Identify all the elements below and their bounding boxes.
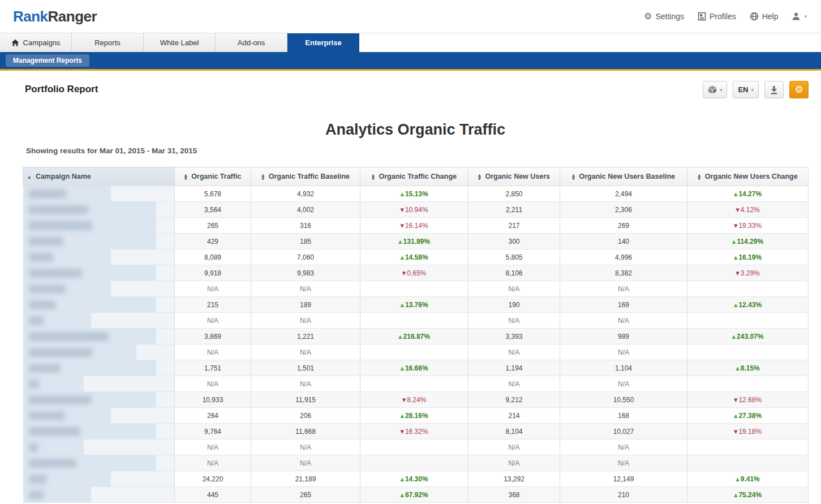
redacted-name-bar: [23, 408, 111, 423]
cell-value: N/A: [175, 313, 251, 329]
cell-change-value: [360, 376, 468, 392]
table-row: 24,22021,189▲14.30%13,29212,149▲9.41%: [23, 471, 809, 487]
profiles-link[interactable]: Profiles: [698, 12, 736, 21]
cell-value: 2,211: [468, 202, 560, 218]
chevron-down-icon: ▾: [751, 87, 754, 93]
cell-change-value: ▼4.12%: [687, 202, 809, 218]
campaign-name-cell-redacted: [23, 344, 175, 360]
cell-value: 2,494: [560, 186, 687, 202]
cell-change-value: ▼12.68%: [687, 392, 809, 408]
redacted-name-blur: [29, 411, 65, 420]
tab-reports[interactable]: Reports: [72, 33, 144, 52]
down-triangle-icon: ▼: [734, 223, 738, 229]
cell-change-value: ▲14.27%: [687, 186, 809, 202]
cell-change-value: ▼16.32%: [360, 424, 468, 440]
export-type-button[interactable]: ▾: [703, 81, 728, 98]
cell-value: N/A: [468, 376, 560, 392]
campaign-name-cell-redacted: [23, 408, 175, 424]
cell-value: 1,194: [468, 360, 560, 376]
column-label: Campaign Name: [36, 173, 91, 180]
column-header-organic-traffic-change[interactable]: ▲▼ Organic Traffic Change: [360, 167, 468, 186]
cell-change-value: ▲16.66%: [360, 360, 468, 376]
cell-value: 168: [560, 408, 687, 424]
redacted-name-bar: [23, 234, 156, 249]
redacted-name-bar: [23, 344, 137, 360]
cell-value: 217: [468, 218, 560, 234]
table-row: 264206▲28.16%214168▲27.38%: [23, 408, 809, 424]
column-header-organic-traffic-baseline[interactable]: ▲▼ Organic Traffic Baseline: [251, 167, 360, 186]
column-header-campaign-name[interactable]: ▲ Campaign Name: [23, 167, 175, 186]
cell-change-value: [360, 344, 468, 360]
up-triangle-icon: ▲: [734, 413, 738, 419]
campaign-name-cell-redacted: [23, 281, 175, 297]
tab-add-ons[interactable]: Add-ons: [216, 33, 287, 52]
redacted-name-bar: [23, 186, 111, 201]
report-settings-button[interactable]: ⚙: [789, 81, 809, 98]
cell-value: 8,104: [468, 424, 560, 440]
redacted-name-bar: [23, 440, 84, 455]
management-reports-button[interactable]: Management Reports: [6, 54, 89, 67]
cell-value: N/A: [468, 344, 560, 360]
up-triangle-icon: ▲: [400, 302, 404, 308]
cell-change-value: ▼8.24%: [360, 392, 468, 408]
up-triangle-icon: ▲: [734, 302, 738, 308]
change-percent: 14.30%: [405, 475, 428, 483]
table-row: N/AN/AN/AN/A: [23, 344, 809, 360]
language-button[interactable]: EN ▾: [733, 81, 759, 98]
tab-enterprise[interactable]: Enterprise: [287, 33, 359, 52]
tab-campaigns[interactable]: Campaigns: [0, 33, 72, 52]
download-button[interactable]: [764, 81, 784, 98]
chevron-down-icon: ▾: [720, 87, 723, 93]
column-label: Organic Traffic Baseline: [269, 173, 350, 180]
column-header-organic-new-users[interactable]: ▲▼ Organic New Users: [468, 167, 560, 186]
cell-value: N/A: [251, 313, 360, 329]
up-triangle-icon: ▲: [400, 365, 404, 371]
column-header-organic-new-users-change[interactable]: ▲▼ Organic New Users Change: [687, 167, 809, 186]
change-percent: 8.24%: [407, 396, 426, 404]
cell-value: 445: [175, 487, 251, 503]
cell-value: 214: [468, 408, 560, 424]
cell-value: N/A: [560, 440, 687, 455]
account-menu[interactable]: ▾: [792, 12, 807, 21]
change-percent: 28.16%: [405, 412, 428, 420]
down-triangle-icon: ▼: [734, 397, 738, 403]
campaign-name-cell-redacted: [23, 313, 175, 329]
cell-change-value: [360, 440, 468, 455]
cell-value: 4,996: [560, 249, 687, 265]
help-link[interactable]: Help: [750, 12, 779, 21]
cell-value: 10,027: [560, 424, 687, 440]
cell-value: N/A: [175, 440, 251, 455]
settings-link[interactable]: ⚙ Settings: [644, 12, 684, 21]
cell-change-value: ▼19.33%: [687, 218, 809, 234]
cell-change-value: ▲12.43%: [687, 297, 809, 313]
rankranger-logo[interactable]: RankRanger: [13, 8, 97, 25]
chevron-down-icon: ▾: [804, 14, 807, 19]
tab-label: Campaigns: [23, 38, 61, 47]
redacted-name-bar: [23, 202, 156, 217]
change-percent: 0.65%: [407, 269, 426, 277]
cell-value: 4,002: [251, 202, 360, 218]
column-header-organic-new-users-baseline[interactable]: ▲▼ Organic New Users Baseline: [560, 167, 687, 186]
redacted-name-bar: [23, 392, 156, 407]
tab-white-label[interactable]: White Label: [144, 33, 216, 52]
cell-change-value: [687, 313, 809, 329]
up-triangle-icon: ▲: [732, 334, 736, 339]
redacted-name-blur: [29, 348, 92, 357]
table-row: 9,76411,668▼16.32%8,10410,027▼19.18%: [23, 424, 809, 440]
change-percent: 9.41%: [741, 475, 760, 483]
column-label: Organic Traffic Change: [379, 173, 457, 180]
cell-value: 2,850: [468, 186, 560, 202]
cell-value: 215: [175, 297, 251, 313]
redacted-name-blur: [29, 269, 82, 278]
change-percent: 14.27%: [738, 190, 762, 198]
change-percent: 114.29%: [737, 238, 763, 245]
cell-value: N/A: [468, 440, 560, 455]
sort-icon: ▲▼: [261, 174, 264, 180]
cell-value: 9,764: [175, 424, 251, 440]
table-header-row: ▲ Campaign Name ▲▼ Organic Traffic ▲▼ Or…: [23, 167, 809, 186]
change-percent: 67.92%: [405, 491, 428, 499]
column-header-organic-traffic[interactable]: ▲▼ Organic Traffic: [175, 167, 251, 186]
cell-value: 264: [175, 408, 251, 424]
sort-icon: ▲▼: [572, 174, 575, 180]
cell-value: 8,089: [175, 249, 251, 265]
